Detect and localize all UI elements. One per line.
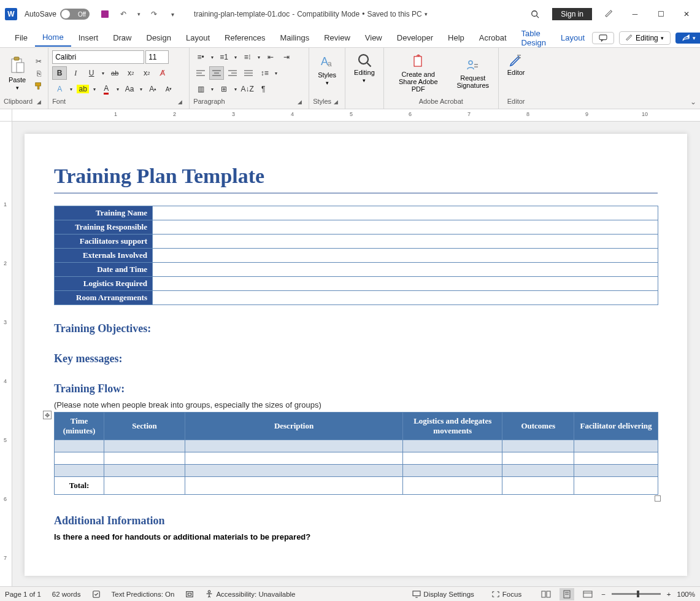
info-label[interactable]: Externals Involved (55, 249, 153, 263)
paste-button[interactable]: Paste ▾ (4, 50, 31, 96)
bullets-button[interactable]: ≡• (193, 50, 208, 64)
change-case-dropdown-icon[interactable]: ▾ (138, 82, 144, 96)
tab-layout[interactable]: Layout (179, 29, 217, 46)
align-center-button[interactable] (209, 66, 224, 80)
multilevel-dropdown-icon[interactable]: ▾ (256, 50, 262, 64)
increase-indent-button[interactable]: ⇥ (279, 50, 294, 64)
tab-table-layout[interactable]: Layout (553, 29, 592, 46)
align-right-button[interactable] (225, 66, 240, 80)
signin-button[interactable]: Sign in (552, 8, 592, 20)
maximize-icon[interactable]: ☐ (652, 6, 669, 23)
zoom-thumb[interactable] (637, 591, 639, 597)
tab-mailings[interactable]: Mailings (273, 29, 317, 46)
bullets-dropdown-icon[interactable]: ▾ (209, 50, 215, 64)
copy-icon[interactable]: ⎘ (33, 68, 44, 79)
info-label[interactable]: Training Name (55, 206, 153, 220)
styles-button[interactable]: Aa Styles ▾ (313, 50, 341, 88)
tab-references[interactable]: References (217, 29, 272, 46)
search-icon[interactable] (526, 6, 544, 23)
col-outcomes[interactable]: Outcomes (502, 413, 574, 440)
ruler-vertical[interactable]: 1 2 3 4 5 6 7 (0, 122, 12, 586)
tab-developer[interactable]: Developer (390, 29, 440, 46)
strikethrough-button[interactable]: ab (107, 66, 122, 80)
underline-dropdown-icon[interactable]: ▾ (100, 66, 106, 80)
clipboard-launcher-icon[interactable]: ◢ (37, 99, 44, 106)
undo-dropdown-icon[interactable]: ▾ (136, 9, 141, 20)
subscript-button[interactable]: x2 (123, 66, 138, 80)
info-value[interactable] (153, 263, 658, 277)
text-effects-dropdown-icon[interactable]: ▾ (68, 82, 74, 96)
flow-heading[interactable]: Training Flow: (54, 382, 658, 395)
accessibility-status[interactable]: Accessibility: Unavailable (205, 590, 295, 599)
tab-review[interactable]: Review (317, 29, 358, 46)
qat-customize-icon[interactable]: ▾ (167, 9, 178, 20)
show-marks-button[interactable]: ¶ (256, 82, 271, 96)
macro-icon[interactable] (185, 590, 194, 599)
tab-file[interactable]: File (7, 29, 35, 46)
collapse-ribbon-icon[interactable]: ⌄ (690, 98, 696, 106)
line-spacing-dropdown-icon[interactable]: ▾ (273, 66, 279, 80)
web-layout-icon[interactable] (580, 588, 595, 600)
text-predictions[interactable]: Text Predictions: On (112, 591, 175, 598)
info-label[interactable]: Date and Time (55, 263, 153, 277)
flow-note[interactable]: (Please note when people break into grou… (54, 400, 658, 409)
change-case-button[interactable]: Aa (122, 82, 137, 96)
col-logistics[interactable]: Logistics and delegates movements (403, 413, 502, 440)
keymessages-heading[interactable]: Key messages: (54, 352, 658, 365)
font-launcher-icon[interactable]: ◢ (178, 99, 185, 106)
info-value[interactable] (153, 277, 658, 291)
zoom-level[interactable]: 100% (677, 591, 695, 598)
saved-dropdown-icon[interactable]: ▾ (425, 11, 428, 17)
editor-button[interactable]: Editor (502, 50, 530, 79)
comments-button[interactable] (592, 32, 614, 44)
spelling-icon[interactable] (92, 590, 101, 599)
flow-table[interactable]: Time (minutes) Section Description Logis… (54, 412, 658, 495)
font-color-dropdown-icon[interactable]: ▾ (115, 82, 121, 96)
page[interactable]: Training Plan Template Training Name Tra… (25, 134, 687, 576)
numbering-dropdown-icon[interactable]: ▾ (233, 50, 239, 64)
borders-dropdown-icon[interactable]: ▾ (233, 82, 239, 96)
request-sig-button[interactable]: Request Signatures (452, 50, 494, 96)
col-facilitator[interactable]: Facilitator delivering (574, 413, 658, 440)
sort-button[interactable]: A↓Z (240, 82, 255, 96)
read-mode-icon[interactable] (539, 588, 553, 600)
zoom-in-icon[interactable]: + (667, 591, 671, 598)
styles-launcher-icon[interactable]: ◢ (334, 99, 341, 106)
info-label[interactable]: Training Responsible (55, 220, 153, 235)
tab-draw[interactable]: Draw (106, 29, 139, 46)
col-section[interactable]: Section (104, 413, 185, 440)
tab-acrobat[interactable]: Acrobat (472, 29, 514, 46)
page-status[interactable]: Page 1 of 1 (5, 591, 41, 598)
objectives-heading[interactable]: Training Objectives: (54, 322, 658, 335)
redo-icon[interactable]: ↷ (148, 9, 160, 20)
info-value[interactable] (153, 206, 658, 220)
paragraph-launcher-icon[interactable]: ◢ (298, 99, 305, 106)
word-count[interactable]: 62 words (52, 591, 81, 598)
zoom-slider[interactable] (612, 593, 661, 595)
info-value[interactable] (153, 220, 658, 235)
tab-design[interactable]: Design (139, 29, 179, 46)
doc-title[interactable]: Training Plan Template (54, 165, 658, 188)
info-value[interactable] (153, 235, 658, 249)
tab-help[interactable]: Help (440, 29, 472, 46)
format-painter-icon[interactable] (33, 80, 44, 91)
autosave-toggle[interactable]: Off (60, 9, 90, 20)
info-table[interactable]: Training Name Training Responsible Facil… (54, 206, 658, 305)
total-label[interactable]: Total: (55, 477, 104, 495)
page-scroll[interactable]: Training Plan Template Training Name Tra… (12, 122, 700, 586)
display-settings[interactable]: Display Settings (412, 591, 474, 598)
font-color-button[interactable]: A (99, 82, 113, 96)
clear-format-icon[interactable]: A̸ (155, 66, 170, 80)
grow-font-button[interactable]: A▴ (145, 82, 160, 96)
tab-insert[interactable]: Insert (71, 29, 106, 46)
font-size-combo[interactable] (145, 50, 169, 64)
highlight-dropdown-icon[interactable]: ▾ (91, 82, 98, 96)
col-time[interactable]: Time (minutes) (55, 413, 104, 440)
info-value[interactable] (153, 249, 658, 263)
shading-dropdown-icon[interactable]: ▾ (209, 82, 215, 96)
font-name-combo[interactable] (52, 50, 144, 64)
focus-mode[interactable]: Focus (491, 591, 521, 598)
multilevel-button[interactable]: ≡⁝ (240, 50, 255, 64)
undo-icon[interactable]: ↶ (118, 9, 129, 20)
create-pdf-button[interactable]: Create and Share Adobe PDF (388, 50, 449, 96)
